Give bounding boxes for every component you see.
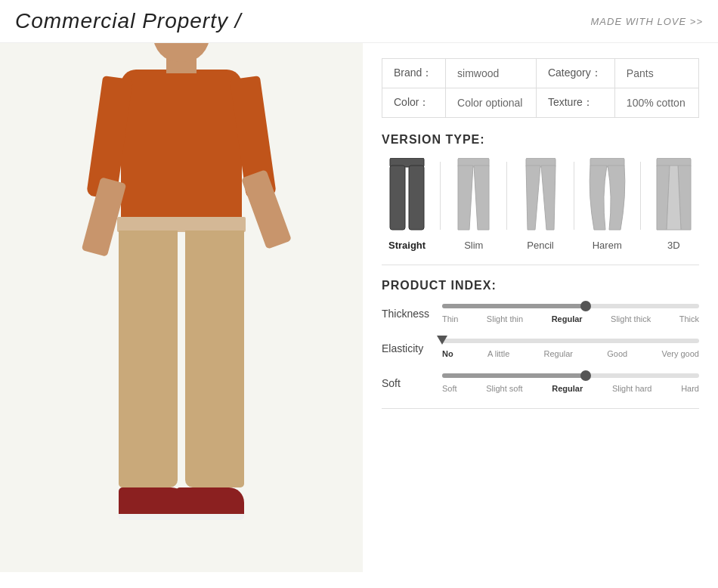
color-value: Color optional (446, 88, 537, 118)
brand-label: Brand： (382, 59, 446, 88)
info-panel: Brand： simwood Category： Pants Color： Co… (363, 43, 718, 572)
pants-icon-3d (653, 158, 695, 234)
shoe-right (176, 487, 244, 518)
product-image-area (0, 43, 363, 572)
version-type-title: VERSION TYPE: (382, 133, 699, 147)
label-no: No (442, 349, 453, 358)
thickness-fill (442, 304, 586, 308)
tagline: MADE WITH LOVE >> (591, 16, 703, 27)
elasticity-thumb (437, 336, 447, 345)
version-label-3d: 3D (667, 240, 680, 251)
label-very-good: Very good (661, 349, 699, 358)
brand-title: Commercial Property / (15, 9, 242, 33)
thickness-slider: Thin Slight thin Regular Slight thick Th… (442, 304, 699, 323)
thickness-track (442, 304, 699, 308)
specs-row-color: Color： Color optional Texture： 100% cott… (382, 88, 699, 118)
thickness-label: Thickness (382, 308, 442, 320)
label-regular-thickness: Regular (552, 314, 583, 323)
divider-1 (382, 265, 699, 265)
elasticity-labels: No A little Regular Good Very good (442, 349, 699, 358)
label-good: Good (607, 349, 627, 358)
product-index: PRODUCT INDEX: Thickness Thin Slight thi… (382, 279, 699, 393)
version-label-harem: Harem (593, 240, 622, 251)
head (153, 43, 210, 62)
category-label: Category： (536, 59, 614, 88)
label-slight-soft: Slight soft (486, 384, 522, 393)
version-label-slim: Slim (464, 240, 483, 251)
version-item-3d[interactable]: 3D (648, 158, 699, 251)
texture-value: 100% cotton (614, 88, 698, 118)
texture-label: Texture： (536, 88, 614, 118)
elasticity-track (442, 339, 699, 343)
pants-icon-pencil (520, 158, 562, 234)
brand-value: simwood (446, 59, 537, 88)
shoe-sole-right (176, 514, 244, 520)
soft-fill (442, 373, 586, 378)
product-index-title: PRODUCT INDEX: (382, 279, 699, 292)
svg-rect-1 (390, 166, 405, 230)
label-slight-hard: Slight hard (612, 384, 652, 393)
divider-2 (382, 408, 699, 409)
pants-icon-slim (453, 158, 494, 234)
elasticity-row: Elasticity No A little Regular Good Very… (382, 339, 699, 358)
pants-waist (117, 217, 246, 232)
specs-row-brand: Brand： simwood Category： Pants (382, 59, 699, 88)
label-thick: Thick (679, 314, 699, 323)
label-hard: Hard (681, 384, 699, 393)
version-label-pencil: Pencil (527, 240, 553, 251)
pants-icon-straight (386, 158, 428, 234)
version-label-straight: Straight (388, 240, 426, 251)
svg-marker-4 (458, 166, 473, 230)
forearm-right (241, 169, 292, 249)
main-content: Brand： simwood Category： Pants Color： Co… (0, 43, 718, 572)
version-types-container: Straight Slim Pencil (382, 158, 699, 251)
label-slight-thick: Slight thick (611, 314, 651, 323)
thickness-row: Thickness Thin Slight thin Regular Sligh… (382, 304, 699, 323)
color-label: Color： (382, 88, 446, 118)
category-value: Pants (614, 59, 698, 88)
elasticity-label: Elasticity (382, 342, 442, 354)
version-item-straight[interactable]: Straight (382, 158, 432, 251)
soft-labels: Soft Slight soft Regular Slight hard Har… (442, 384, 699, 393)
product-figure (68, 70, 295, 561)
version-item-harem[interactable]: Harem (582, 158, 633, 251)
label-regular-elasticity: Regular (544, 349, 574, 358)
separator-1 (440, 162, 441, 230)
svg-marker-8 (541, 166, 556, 230)
separator-4 (640, 162, 641, 230)
svg-rect-2 (409, 166, 424, 230)
thickness-labels: Thin Slight thin Regular Slight thick Th… (442, 314, 699, 323)
label-soft: Soft (442, 384, 457, 393)
svg-marker-7 (526, 166, 540, 230)
version-item-slim[interactable]: Slim (448, 158, 499, 251)
separator-3 (574, 162, 574, 230)
pants-right-leg (185, 231, 244, 487)
pants-icon-harem (586, 158, 628, 234)
label-slight-thin: Slight thin (487, 314, 523, 323)
soft-track (442, 373, 699, 378)
specs-table: Brand： simwood Category： Pants Color： Co… (382, 58, 699, 118)
soft-label: Soft (382, 377, 442, 389)
label-thin: Thin (442, 314, 458, 323)
version-item-pencil[interactable]: Pencil (515, 158, 565, 251)
shirt (121, 70, 242, 221)
label-regular-soft: Regular (552, 384, 583, 393)
svg-marker-5 (474, 166, 489, 230)
soft-row: Soft Soft Slight soft Regular Slight har… (382, 373, 699, 393)
thickness-thumb (580, 301, 591, 311)
pants-container (117, 217, 246, 232)
elasticity-slider: No A little Regular Good Very good (442, 339, 699, 358)
pants-left-leg (119, 231, 178, 487)
header: Commercial Property / MADE WITH LOVE >> (0, 0, 718, 43)
separator-2 (506, 162, 507, 230)
soft-slider: Soft Slight soft Regular Slight hard Har… (442, 373, 699, 393)
soft-thumb (580, 370, 591, 381)
label-a-little: A little (487, 349, 509, 358)
